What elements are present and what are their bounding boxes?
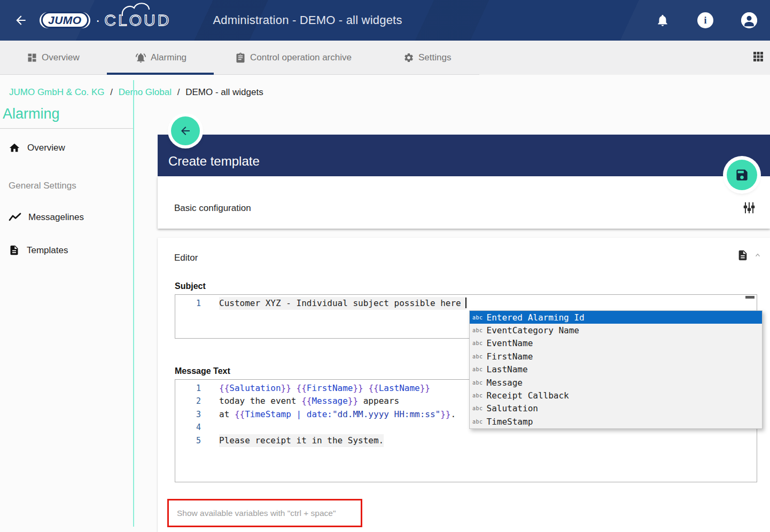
tab-label: Alarming — [151, 52, 186, 63]
tab-label: Overview — [42, 52, 80, 63]
code-line-text: Customer XYZ - Individual subject possib… — [219, 297, 466, 310]
variables-hint-box: Show available variables with "ctrl + sp… — [167, 499, 362, 527]
autocomplete-item[interactable]: abcFirstName — [470, 350, 762, 363]
code-segment: Please receipt it in the System. — [219, 435, 384, 445]
home-icon — [9, 142, 20, 154]
tab-settings[interactable]: Settings — [403, 41, 451, 75]
sidebar-item-general-settings[interactable]: General Settings — [9, 181, 76, 191]
notifications-bell-icon[interactable] — [656, 13, 670, 27]
abc-icon: abc — [472, 340, 483, 346]
code-segment: "dd.MM.yyyy HH:mm:ss" — [332, 409, 440, 419]
autocomplete-item[interactable]: abcEventCategory Name — [470, 324, 762, 337]
abc-icon: abc — [472, 380, 483, 386]
clipboard-icon — [235, 52, 246, 63]
sidebar-item-messagelines[interactable]: Messagelines — [9, 212, 84, 223]
sidebar-item-templates[interactable]: Templates — [9, 245, 68, 256]
editor-section-label: Editor — [174, 253, 198, 263]
autocomplete-item[interactable]: abcEntered Alarming Id — [470, 311, 762, 324]
autocomplete-item[interactable]: abcSalutation — [470, 402, 762, 415]
info-icon: i — [704, 15, 706, 26]
code-segment: }} — [281, 383, 291, 393]
code-segment — [363, 383, 369, 393]
line-number: 1 — [175, 297, 201, 310]
document-icon[interactable] — [737, 249, 749, 261]
sidebar-divider — [0, 128, 134, 129]
autocomplete-item[interactable]: abcLastName — [470, 363, 762, 376]
active-tab-underline — [107, 73, 214, 75]
jumo-logo-text: JUMO — [41, 12, 89, 28]
breadcrumb-current: DEMO - all widgets — [185, 87, 263, 97]
appbar-actions: i — [656, 12, 757, 28]
back-fab-button[interactable] — [171, 116, 200, 145]
code-segment: {{ — [219, 383, 229, 393]
cloud-wordmark: CLOUD — [104, 12, 171, 28]
autocomplete-label: Salutation — [487, 403, 538, 413]
brand-separator-dot: · — [96, 12, 100, 29]
code-line[interactable]: 1Customer XYZ - Individual subject possi… — [175, 297, 757, 310]
autocomplete-item[interactable]: abcMessage — [470, 376, 762, 389]
subject-scrollbar-thumb[interactable] — [745, 296, 755, 299]
autocomplete-label: TimeStamp — [487, 417, 533, 427]
appbar-title: Administration - DEMO - all widgets — [213, 13, 402, 27]
code-line-text: {{Salutation}} {{FirstName}} {{LastName}… — [219, 382, 430, 395]
line-number: 3 — [175, 408, 201, 421]
apps-grid-button[interactable] — [752, 50, 765, 65]
alarm-bell-icon — [135, 52, 146, 64]
app-window: JUMO · CLOUD Administration - DEMO - all… — [0, 0, 770, 532]
tune-sliders-icon[interactable] — [742, 201, 756, 215]
trend-line-icon — [9, 212, 21, 223]
abc-icon: abc — [472, 405, 483, 411]
tab-bar: Overview Alarming Control operation arch… — [0, 41, 770, 75]
line-number: 2 — [175, 395, 201, 408]
account-button[interactable] — [741, 12, 757, 28]
jumo-cloud-logo[interactable]: JUMO · CLOUD — [40, 12, 171, 29]
abc-icon: abc — [472, 393, 483, 398]
cloud-outline-icon — [120, 1, 168, 17]
code-segment: Message — [312, 396, 347, 406]
sidebar-item-label: Messagelines — [28, 212, 84, 223]
autocomplete-dropdown: abcEntered Alarming IdabcEventCategory N… — [469, 310, 763, 429]
save-floppy-icon — [735, 168, 749, 182]
code-segment: {{ — [301, 396, 312, 406]
code-line-text: at {{TimeStamp | date:"dd.MM.yyyy HH:mm:… — [219, 408, 456, 421]
code-segment: {{ — [235, 409, 245, 419]
abc-icon: abc — [472, 327, 483, 333]
info-button[interactable]: i — [697, 12, 713, 28]
code-segment: }} — [353, 383, 363, 393]
breadcrumb-link-company[interactable]: JUMO GmbH & Co. KG — [9, 87, 105, 97]
autocomplete-label: FirstName — [487, 351, 533, 362]
appbar-back-button[interactable] — [12, 11, 30, 29]
code-segment: {{ — [368, 383, 378, 393]
tab-label: Control operation archive — [250, 52, 352, 63]
code-line-text: Please receipt it in the System. — [219, 434, 384, 447]
autocomplete-item[interactable]: abcTimeStamp — [470, 415, 762, 428]
line-number: 1 — [175, 382, 201, 395]
code-segment: TimeStamp | date: — [245, 409, 332, 419]
code-line[interactable]: 5Please receipt it in the System. — [175, 434, 757, 447]
subject-code: 1Customer XYZ - Individual subject possi… — [175, 297, 757, 310]
jumo-logo-pill: JUMO — [40, 12, 90, 28]
tab-overview[interactable]: Overview — [27, 41, 80, 75]
code-segment: appears — [358, 396, 399, 406]
abc-icon: abc — [472, 419, 483, 425]
save-fab-button[interactable] — [727, 160, 757, 190]
tab-label: Settings — [418, 52, 451, 63]
autocomplete-item[interactable]: abcReceipt Callback — [470, 389, 762, 402]
gear-icon — [403, 52, 414, 63]
abc-icon: abc — [472, 354, 483, 359]
tab-alarming[interactable]: Alarming — [135, 41, 186, 75]
autocomplete-item[interactable]: abcEventName — [470, 337, 762, 350]
breadcrumb: JUMO GmbH & Co. KG / Demo Global / DEMO … — [9, 87, 263, 98]
app-bar: JUMO · CLOUD Administration - DEMO - all… — [0, 0, 770, 41]
sidebar-item-overview[interactable]: Overview — [9, 142, 65, 154]
tab-control-operation-archive[interactable]: Control operation archive — [235, 41, 352, 75]
autocomplete-label: Receipt Callback — [487, 390, 569, 401]
chevron-up-icon[interactable] — [754, 252, 761, 259]
breadcrumb-link-demo-global[interactable]: Demo Global — [119, 87, 172, 97]
page-header: Create template — [158, 135, 770, 176]
document-icon — [9, 245, 20, 256]
message-text-label: Message Text — [175, 366, 230, 376]
code-segment: . — [451, 409, 456, 419]
sidebar-item-label: Templates — [27, 245, 68, 256]
editor-card: Editor Subject 1Customer XYZ - Individua… — [158, 238, 770, 532]
